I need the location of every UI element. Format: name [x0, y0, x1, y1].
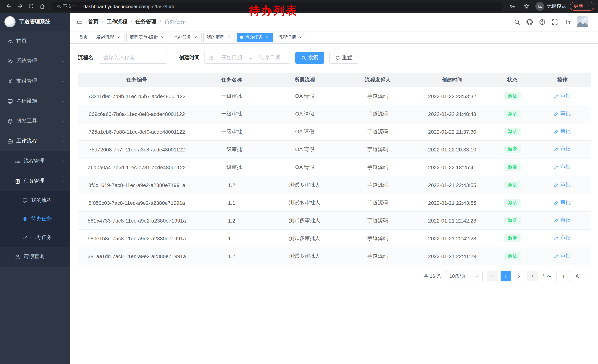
cell-created-time: 2022-01-22 23:53:32 — [414, 93, 490, 99]
approve-label: 审批 — [560, 111, 571, 117]
breadcrumb-item[interactable]: 工作流程 — [107, 18, 132, 25]
start-date-placeholder[interactable]: 开始日期 — [216, 54, 248, 61]
approve-button[interactable]: 审批 — [554, 128, 571, 135]
page-size-select[interactable]: 10条/页 — [446, 271, 483, 281]
sidebar-item-label: 基础设施 — [16, 98, 37, 105]
reset-button[interactable]: 重置 — [329, 52, 358, 64]
approve-label: 审批 — [560, 93, 571, 99]
sidebar-item[interactable]: 待办任务 — [0, 210, 70, 228]
security-chip[interactable]: 不安全 — [56, 3, 76, 9]
sidebar-item[interactable]: 基础设施 — [0, 91, 70, 111]
approve-button[interactable]: 审批 — [554, 235, 571, 242]
approve-button[interactable]: 审批 — [554, 164, 571, 170]
create-time-label: 创建时间 — [179, 54, 200, 61]
cell-status: 激活 — [490, 181, 534, 189]
sidebar-toggle-button[interactable] — [70, 13, 88, 31]
calendar-icon — [208, 55, 213, 60]
end-date-placeholder[interactable]: 结束日期 — [254, 54, 286, 61]
github-icon[interactable] — [526, 19, 533, 25]
approve-button[interactable]: 审批 — [554, 253, 571, 259]
tab[interactable]: 流程详情 — [275, 32, 307, 42]
menu-icon — [8, 98, 13, 104]
search-button[interactable]: 搜索 — [295, 52, 324, 64]
top-navbar: 首页 工作流程 任务管理 待办任务 — [70, 13, 598, 31]
goto-page-input[interactable] — [556, 271, 571, 281]
column-header: 所属流程 — [267, 77, 342, 83]
page-number-button[interactable]: 1 — [500, 271, 511, 281]
sidebar-item[interactable]: 已办任务 — [0, 228, 70, 247]
sidebar-item[interactable]: 流程管理 — [0, 151, 70, 171]
approve-button[interactable]: 审批 — [554, 93, 571, 99]
sidebar-item[interactable]: 任务管理 — [0, 171, 70, 191]
sidebar-item-label: 支付管理 — [16, 78, 37, 84]
approve-button[interactable]: 审批 — [554, 182, 571, 188]
forward-button[interactable] — [15, 1, 25, 11]
breadcrumb-item[interactable]: 任务管理 — [136, 18, 161, 25]
tab[interactable]: 首页 — [75, 32, 91, 42]
logo-row[interactable]: 芋道管理系统 — [0, 13, 70, 31]
password-key-icon[interactable] — [507, 1, 518, 11]
close-icon[interactable] — [298, 35, 303, 40]
cell-process: OA 请假 — [267, 146, 342, 153]
cell-initiator: 芋道源码 — [342, 217, 414, 224]
url-host: dashboard.yudao.iocoder.cn — [83, 4, 144, 9]
help-icon[interactable] — [539, 19, 545, 25]
cell-initiator: 芋道源码 — [342, 128, 414, 135]
tab[interactable]: 发起流程 — [93, 32, 125, 42]
sidebar-item[interactable]: 我的流程 — [0, 191, 70, 210]
search-icon[interactable] — [514, 19, 520, 25]
cell-status: 激活 — [490, 199, 534, 207]
update-button[interactable]: 更新 — [570, 2, 594, 11]
process-name-input[interactable] — [99, 52, 167, 64]
next-page-button[interactable] — [527, 271, 538, 281]
close-icon[interactable] — [160, 35, 165, 40]
close-icon[interactable] — [265, 35, 270, 40]
approve-button[interactable]: 审批 — [554, 199, 571, 206]
cell-initiator: 芋道源码 — [342, 253, 414, 259]
table-row: 381aa1dd-7ac8-11ec-a9e2-a2380e71991a 1.2… — [78, 247, 590, 265]
tab[interactable]: 已办任务 — [170, 32, 201, 42]
sidebar-item[interactable]: 首页 — [0, 31, 70, 51]
cell-process: 测试多审批人 — [267, 182, 342, 188]
sidebar-item[interactable]: 请假查询 — [0, 247, 70, 267]
sidebar-item[interactable]: 系统管理 — [0, 51, 70, 71]
sidebar-item[interactable]: 支付管理 — [0, 71, 70, 91]
prev-page-button[interactable] — [487, 271, 498, 281]
page-number-button[interactable]: 2 — [514, 271, 524, 281]
tab[interactable]: 流程表单-编辑 — [126, 32, 168, 42]
home-button[interactable] — [37, 1, 47, 11]
incognito-icon — [535, 2, 544, 11]
avatar[interactable] — [577, 16, 588, 27]
sidebar-item[interactable]: 工作流程 — [0, 131, 70, 151]
incognito-badge: 无痕模式 — [535, 2, 566, 11]
fullscreen-icon[interactable] — [552, 19, 558, 25]
date-range-picker[interactable]: 开始日期 - 结束日期 — [204, 52, 290, 64]
close-icon[interactable] — [116, 35, 121, 40]
close-icon[interactable] — [193, 35, 198, 40]
approve-button[interactable]: 审批 — [554, 111, 571, 117]
edit-icon — [554, 236, 559, 241]
breadcrumb-item[interactable]: 首页 — [88, 18, 103, 25]
sidebar-menu: 首页 系统管理 — [0, 31, 70, 364]
table-row: 8f0d1619-7ac8-11ec-a9e2-a2380e71991a 1.2… — [78, 176, 590, 194]
sidebar: 芋道管理系统 首页 系统管理 — [0, 13, 70, 364]
back-button[interactable] — [4, 1, 14, 11]
approve-button[interactable]: 审批 — [554, 146, 571, 153]
reload-button[interactable] — [26, 1, 36, 11]
tab[interactable]: 待办任务 — [237, 32, 273, 42]
warning-icon — [56, 4, 61, 9]
navbar-actions — [514, 16, 598, 27]
approve-button[interactable]: 审批 — [554, 217, 571, 224]
search-icon — [301, 55, 306, 60]
approve-label: 审批 — [560, 182, 571, 188]
bookmark-star-icon[interactable] — [521, 1, 532, 11]
breadcrumb-item[interactable]: 待办任务 — [164, 18, 185, 25]
sidebar-item[interactable]: 研发工具 — [0, 111, 70, 131]
user-menu[interactable] — [577, 16, 593, 27]
font-size-icon[interactable] — [564, 19, 571, 25]
close-icon[interactable] — [226, 35, 232, 40]
chevron-icon — [61, 79, 65, 83]
tab[interactable]: 我的流程 — [203, 32, 235, 42]
sidebar-item-label: 研发工具 — [16, 118, 37, 124]
status-badge: 激活 — [504, 252, 521, 260]
